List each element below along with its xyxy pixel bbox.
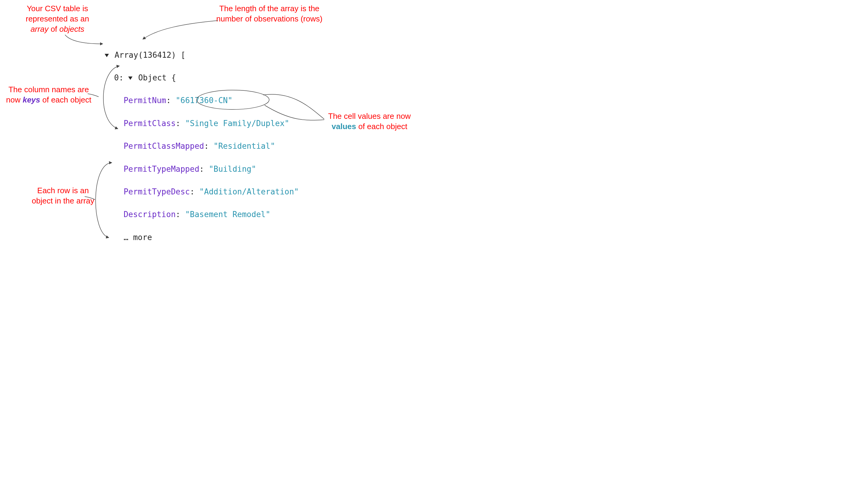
annotation-text: array bbox=[31, 25, 49, 34]
object-key: PermitTypeMapped bbox=[124, 164, 199, 173]
annotation-text-keys: keys bbox=[23, 95, 40, 104]
index-0-line[interactable]: 0: Object { bbox=[105, 72, 434, 84]
object-value: "Addition/Alteration" bbox=[199, 187, 299, 196]
annotation-text: of bbox=[49, 25, 59, 34]
property-line: PermitClassMapped: "Residential" bbox=[105, 140, 434, 152]
object-key: PermitNum bbox=[124, 96, 166, 105]
property-line: Description: "Basement Remodel" bbox=[105, 209, 434, 220]
annotation-text: The column names are bbox=[8, 85, 89, 94]
annotation-text: of each object bbox=[40, 95, 91, 104]
annotation-text: objects bbox=[59, 25, 84, 34]
object-key: Description bbox=[124, 210, 176, 219]
object-label: Object bbox=[138, 73, 167, 82]
annotation-keys: The column names are now keys of each ob… bbox=[6, 85, 91, 105]
annotation-csv-array: Your CSV table is represented as an arra… bbox=[26, 4, 89, 34]
chevron-down-icon[interactable] bbox=[105, 54, 109, 57]
object-value: "Single Family/Duplex" bbox=[185, 119, 289, 128]
more-indicator[interactable]: … more bbox=[105, 232, 434, 243]
annotation-text: now bbox=[6, 95, 23, 104]
console-output: Array(136412) [ 0: Object { PermitNum: "… bbox=[105, 38, 434, 244]
array-label: Array bbox=[115, 51, 138, 60]
annotation-array-length: The length of the array is the number of… bbox=[216, 4, 322, 24]
annotation-text: Each row is an bbox=[37, 186, 89, 195]
object-value: "6617360-CN" bbox=[176, 96, 232, 105]
annotation-rows: Each row is an object in the array bbox=[32, 186, 94, 206]
object-key: PermitTypeDesc bbox=[124, 187, 190, 196]
object-value: "Building" bbox=[209, 164, 256, 173]
property-line: PermitClass: "Single Family/Duplex" bbox=[105, 118, 434, 129]
property-line: PermitNum: "6617360-CN" bbox=[105, 95, 434, 106]
annotation-text: The length of the array is the bbox=[219, 4, 319, 13]
object-key: PermitClassMapped bbox=[124, 141, 204, 151]
object-value: "Residential" bbox=[214, 141, 275, 151]
object-value: "Basement Remodel" bbox=[185, 210, 270, 219]
annotation-text: object in the array bbox=[32, 196, 94, 205]
property-line: PermitTypeDesc: "Addition/Alteration" bbox=[105, 186, 434, 198]
annotation-text: number of observations (rows) bbox=[216, 14, 322, 23]
array-count: 136412 bbox=[143, 51, 172, 60]
property-line: PermitTypeMapped: "Building" bbox=[105, 164, 434, 175]
annotation-text: Your CSV table is bbox=[27, 4, 88, 13]
annotation-text: represented as an bbox=[26, 14, 89, 23]
object-key: PermitClass bbox=[124, 119, 176, 128]
chevron-down-icon[interactable] bbox=[128, 76, 132, 80]
array-header-line[interactable]: Array(136412) [ bbox=[105, 50, 434, 61]
array-index: 0: bbox=[114, 73, 123, 82]
